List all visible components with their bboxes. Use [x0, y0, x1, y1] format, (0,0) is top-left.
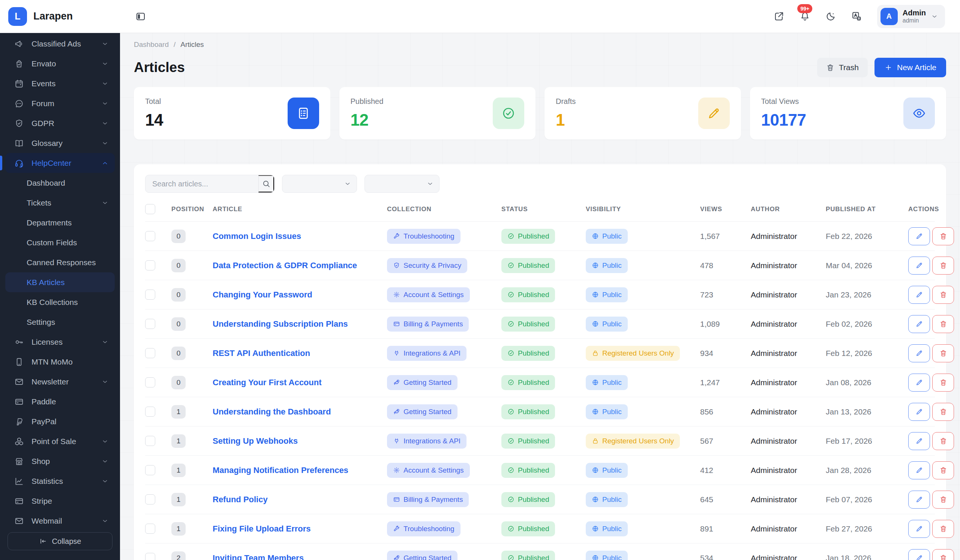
collapse-icon [39, 537, 47, 546]
new-article-button[interactable]: New Article [875, 58, 946, 77]
sidebar-item-stripe[interactable]: Stripe [5, 491, 115, 511]
stat-card-drafts: Drafts1 [544, 87, 741, 139]
row-checkbox[interactable] [145, 494, 155, 504]
select-all-checkbox[interactable] [145, 204, 155, 214]
row-checkbox[interactable] [145, 319, 155, 329]
row-checkbox[interactable] [145, 290, 155, 300]
edit-button[interactable] [908, 403, 930, 421]
sidebar-item-statistics[interactable]: Statistics [5, 471, 115, 491]
row-checkbox[interactable] [145, 553, 155, 560]
edit-button[interactable] [908, 315, 930, 333]
edit-button[interactable] [908, 286, 930, 304]
trash-button[interactable]: Trash [817, 58, 868, 77]
sidebar-item-settings[interactable]: Settings [5, 312, 115, 332]
sidebar-item-newsletter[interactable]: Newsletter [5, 372, 115, 392]
sidebar-item-envato[interactable]: Envato [5, 54, 115, 74]
row-checkbox[interactable] [145, 436, 155, 446]
views-value: 534 [700, 554, 751, 560]
sidebar-item-kb-articles[interactable]: KB Articles [5, 272, 115, 292]
delete-button[interactable] [932, 256, 954, 275]
language-icon[interactable] [851, 11, 862, 22]
delete-button[interactable] [932, 520, 954, 538]
article-link[interactable]: Changing Your Password [213, 290, 312, 299]
article-link[interactable]: Data Protection & GDPR Compliance [213, 261, 357, 270]
sidebar-item-dashboard[interactable]: Dashboard [5, 173, 115, 193]
sidebar-item-departments[interactable]: Departments [5, 213, 115, 232]
notifications-button[interactable]: 99+ [800, 11, 810, 22]
filter-select-2[interactable] [365, 175, 440, 193]
sidebar-item-shop[interactable]: Shop [5, 451, 115, 471]
row-checkbox[interactable] [145, 348, 155, 358]
row-checkbox[interactable] [145, 231, 155, 241]
sidebar-item-mtn-momo[interactable]: MTN MoMo [5, 352, 115, 372]
row-checkbox[interactable] [145, 523, 155, 534]
delete-button[interactable] [932, 344, 954, 362]
search-button[interactable] [258, 175, 274, 192]
edit-button[interactable] [908, 432, 930, 450]
card-icon [393, 496, 400, 503]
filter-select-1[interactable] [282, 175, 357, 193]
article-link[interactable]: Understanding the Dashboard [213, 407, 331, 416]
edit-button[interactable] [908, 227, 930, 245]
delete-button[interactable] [932, 227, 954, 245]
delete-button[interactable] [932, 491, 954, 509]
article-link[interactable]: Refund Policy [213, 495, 268, 504]
sidebar-item-classified-ads[interactable]: Classified Ads [5, 34, 115, 54]
table-row: 1Understanding the DashboardGetting Star… [145, 397, 935, 426]
row-checkbox[interactable] [145, 378, 155, 387]
row-checkbox[interactable] [145, 260, 155, 270]
delete-button[interactable] [932, 374, 954, 392]
pencil-icon [915, 437, 923, 445]
sidebar-toggle-icon[interactable] [135, 11, 146, 22]
edit-button[interactable] [908, 256, 930, 275]
edit-button[interactable] [908, 344, 930, 362]
breadcrumb-dashboard[interactable]: Dashboard [134, 40, 169, 49]
sidebar-item-webmail[interactable]: Webmail [5, 511, 115, 527]
edit-button[interactable] [908, 520, 930, 538]
delete-button[interactable] [932, 403, 954, 421]
article-link[interactable]: Inviting Team Members [213, 553, 304, 560]
sidebar-item-helpcenter[interactable]: HelpCenter [5, 153, 115, 173]
delete-button[interactable] [932, 549, 954, 560]
article-link[interactable]: Understanding Subscription Plans [213, 319, 348, 329]
globe-icon [592, 379, 599, 386]
sidebar-item-gdpr[interactable]: GDPR [5, 113, 115, 133]
article-link[interactable]: Fixing File Upload Errors [213, 524, 311, 533]
sidebar-item-glossary[interactable]: Glossary [5, 133, 115, 153]
sidebar-item-point-of-sale[interactable]: Point of Sale [5, 431, 115, 451]
sidebar-item-events[interactable]: Events [5, 74, 115, 93]
edit-button[interactable] [908, 549, 930, 560]
edit-button[interactable] [908, 491, 930, 509]
sidebar-item-custom-fields[interactable]: Custom Fields [5, 232, 115, 253]
article-link[interactable]: Common Login Issues [213, 231, 301, 241]
delete-button[interactable] [932, 315, 954, 333]
external-link-icon[interactable] [774, 11, 784, 22]
store-icon [14, 456, 24, 466]
search-input[interactable] [146, 175, 258, 192]
user-menu[interactable]: A Admin admin [877, 5, 945, 28]
delete-button[interactable] [932, 286, 954, 304]
article-link[interactable]: REST API Authentication [213, 349, 310, 358]
sidebar-item-licenses[interactable]: Licenses [5, 332, 115, 352]
edit-button[interactable] [908, 374, 930, 392]
sidebar-item-forum[interactable]: Forum [5, 93, 115, 113]
row-checkbox[interactable] [145, 406, 155, 417]
stat-card-label: Total [145, 97, 163, 106]
sidebar-item-kb-collections[interactable]: KB Collections [5, 292, 115, 312]
article-link[interactable]: Setting Up Webhooks [213, 436, 298, 446]
sidebar-item-paypal[interactable]: PayPal [5, 411, 115, 431]
edit-button[interactable] [908, 461, 930, 479]
row-checkbox[interactable] [145, 465, 155, 475]
article-link[interactable]: Managing Notification Preferences [213, 466, 348, 475]
collapse-button[interactable]: Collapse [8, 532, 112, 550]
dark-mode-icon[interactable] [826, 11, 836, 22]
lock-icon [592, 350, 599, 357]
row-actions [908, 432, 954, 450]
sidebar-item-paddle[interactable]: Paddle [5, 392, 115, 411]
sidebar-item-canned-responses[interactable]: Canned Responses [5, 253, 115, 272]
delete-button[interactable] [932, 432, 954, 450]
sidebar-item-label: Dashboard [27, 179, 109, 187]
delete-button[interactable] [932, 461, 954, 479]
sidebar-item-tickets[interactable]: Tickets [5, 193, 115, 213]
article-link[interactable]: Creating Your First Account [213, 378, 322, 387]
